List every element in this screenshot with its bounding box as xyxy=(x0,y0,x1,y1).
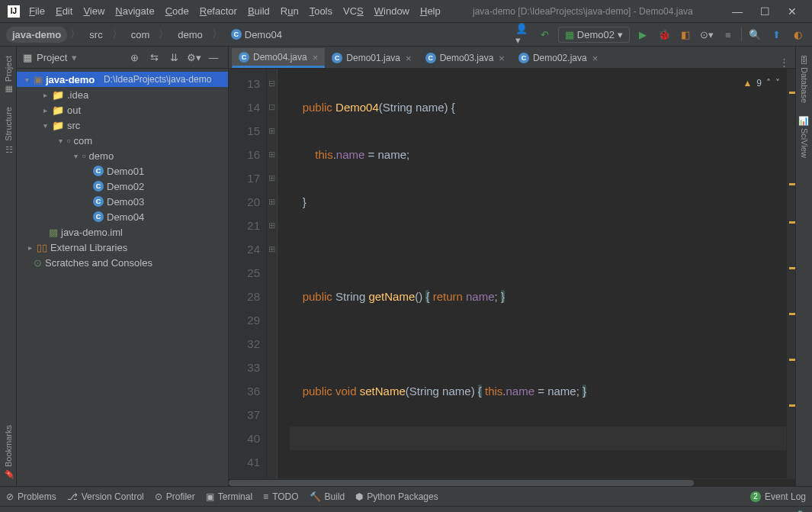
close-icon[interactable]: × xyxy=(406,53,412,64)
tree-scratches[interactable]: ⊙Scratches and Consoles xyxy=(17,255,228,270)
left-tab-bookmarks[interactable]: 🔖Bookmarks xyxy=(2,419,14,486)
tree-file-demo02[interactable]: CDemo02 xyxy=(17,179,228,194)
scratch-icon: ⊙ xyxy=(34,257,42,269)
back-arrow-icon[interactable]: ↶ xyxy=(537,26,554,43)
tree-iml[interactable]: ▩java-demo.iml xyxy=(17,224,228,240)
select-opened-file-icon[interactable]: ⊕ xyxy=(126,49,143,66)
bottom-tool-bar: ⊘Problems ⎇Version Control ⊙Profiler ▣Te… xyxy=(0,486,812,506)
main-menu: File Edit View Navigate Code Refactor Bu… xyxy=(24,2,445,20)
breadcrumb-com[interactable]: com xyxy=(125,27,156,43)
tree-com[interactable]: ▾▫com xyxy=(17,133,228,148)
library-icon: ▯▯ xyxy=(37,242,47,253)
breadcrumb-src[interactable]: src xyxy=(83,27,108,43)
menu-navigate[interactable]: Navigate xyxy=(111,2,159,20)
run-config-select[interactable]: ▦Demo02▾ xyxy=(558,27,630,43)
main-area: ▦Project ☷Structure 🔖Bookmarks ▦Project▾… xyxy=(0,47,812,486)
breadcrumb: java-demo 〉 src 〉 com 〉 demo 〉 CDemo04 xyxy=(6,27,288,43)
editor-tabs: CDemo04.java× CDemo01.java× CDemo03.java… xyxy=(229,47,795,69)
error-stripe[interactable] xyxy=(786,69,795,478)
menu-tools[interactable]: Tools xyxy=(305,2,337,20)
breadcrumb-sep: 〉 xyxy=(70,27,80,41)
right-tab-sciview[interactable]: 📊SciView xyxy=(798,109,810,164)
package-icon: ▫ xyxy=(82,150,86,162)
problems-icon: ⊘ xyxy=(6,491,14,502)
tree-demo[interactable]: ▾▫demo xyxy=(17,148,228,163)
close-icon[interactable]: × xyxy=(313,52,319,63)
ide-settings-icon[interactable]: ◐ xyxy=(789,26,806,43)
settings-gear-icon[interactable]: ⚙▾ xyxy=(185,49,202,66)
horizontal-scrollbar[interactable] xyxy=(229,478,795,486)
code-content[interactable]: public Demo04(String name) { this.name =… xyxy=(278,69,786,478)
right-tool-strip: 🗄Database 📊SciView xyxy=(795,47,812,486)
vcs-icon: ⎇ xyxy=(67,491,78,502)
left-tab-project[interactable]: ▦Project xyxy=(2,50,14,101)
breadcrumb-class[interactable]: CDemo04 xyxy=(225,27,288,43)
menu-refactor[interactable]: Refactor xyxy=(195,2,242,20)
menu-code[interactable]: Code xyxy=(161,2,194,20)
menu-view[interactable]: View xyxy=(79,2,109,20)
menu-window[interactable]: Window xyxy=(370,2,414,20)
sync-icon[interactable]: ⬆ xyxy=(768,26,785,43)
right-tab-database[interactable]: 🗄Database xyxy=(798,50,810,109)
structure-tool-icon: ☷ xyxy=(3,144,13,154)
menu-edit[interactable]: Edit xyxy=(51,2,77,20)
tab-list-icon[interactable]: ⋮ xyxy=(773,56,795,68)
menu-vcs[interactable]: VCS xyxy=(339,2,368,20)
fold-gutter[interactable]: ⊟⊡⊞⊞⊞⊞⊞⊞ xyxy=(267,69,278,478)
tool-event-log[interactable]: 2Event Log xyxy=(750,491,806,502)
search-icon[interactable]: 🔍 xyxy=(746,26,763,43)
inspection-summary[interactable]: ▲9 ˄˅ xyxy=(743,72,780,95)
tree-out[interactable]: ▸📁out xyxy=(17,102,228,118)
tool-todo[interactable]: ≡TODO xyxy=(263,491,298,502)
code-editor[interactable]: 13141516 17202124 25282932 33363740 41 ⊟… xyxy=(229,69,795,478)
tree-src[interactable]: ▾📁src xyxy=(17,118,228,133)
tool-terminal[interactable]: ▣Terminal xyxy=(206,491,252,502)
tool-problems[interactable]: ⊘Problems xyxy=(6,491,56,502)
tree-file-demo04[interactable]: CDemo04 xyxy=(17,209,228,224)
tree-idea[interactable]: ▸📁.idea xyxy=(17,87,228,102)
expand-all-icon[interactable]: ⇆ xyxy=(146,49,162,66)
hide-panel-icon[interactable]: — xyxy=(205,49,222,66)
tab-demo04[interactable]: CDemo04.java× xyxy=(232,48,325,68)
tab-demo02[interactable]: CDemo02.java× xyxy=(512,48,605,68)
line-numbers: 13141516 17202124 25282932 33363740 41 xyxy=(229,69,267,478)
chevron-down-icon[interactable]: ˅ xyxy=(775,72,780,95)
tool-python-packages[interactable]: ⬢Python Packages xyxy=(355,491,438,502)
tool-vcs[interactable]: ⎇Version Control xyxy=(67,491,144,502)
menu-build[interactable]: Build xyxy=(243,2,274,20)
tool-build[interactable]: 🔨Build xyxy=(310,491,345,502)
debug-button[interactable]: 🐞 xyxy=(656,26,672,43)
tree-file-demo01[interactable]: CDemo01 xyxy=(17,163,228,179)
maximize-button[interactable]: ☐ xyxy=(754,5,775,18)
breadcrumb-project[interactable]: java-demo xyxy=(6,27,67,43)
collapse-all-icon[interactable]: ⇊ xyxy=(165,49,182,66)
tree-file-demo03[interactable]: CDemo03 xyxy=(17,194,228,209)
close-button[interactable]: ✕ xyxy=(782,5,803,18)
left-tab-structure[interactable]: ☷Structure xyxy=(2,101,14,160)
breadcrumb-demo[interactable]: demo xyxy=(172,27,209,43)
minimize-button[interactable]: — xyxy=(727,5,748,18)
user-icon[interactable]: 👤▾ xyxy=(515,26,532,43)
profile-icon[interactable]: ⊙▾ xyxy=(698,26,715,43)
close-icon[interactable]: × xyxy=(592,53,599,64)
build-icon: 🔨 xyxy=(310,491,321,502)
menu-file[interactable]: File xyxy=(24,2,50,20)
tab-demo03[interactable]: CDemo03.java× xyxy=(419,48,512,68)
close-icon[interactable]: × xyxy=(499,53,505,64)
todo-icon: ≡ xyxy=(263,491,268,502)
tree-external-libs[interactable]: ▸▯▯External Libraries xyxy=(17,240,228,255)
project-view-select[interactable]: ▦Project▾ xyxy=(23,52,121,63)
menu-help[interactable]: Help xyxy=(416,2,445,20)
title-bar: IJ File Edit View Navigate Code Refactor… xyxy=(0,0,812,23)
tree-root[interactable]: ▾▣java-demo D:\IdeaProjects\java-demo xyxy=(17,72,228,87)
class-icon: C xyxy=(425,53,436,63)
tool-profiler[interactable]: ⊙Profiler xyxy=(155,491,195,502)
coverage-icon[interactable]: ◧ xyxy=(677,26,694,43)
run-button[interactable]: ▶ xyxy=(634,26,651,43)
chevron-up-icon[interactable]: ˄ xyxy=(766,72,771,95)
stop-button[interactable]: ■ xyxy=(720,26,737,43)
tab-demo01[interactable]: CDemo01.java× xyxy=(325,48,418,68)
project-tree[interactable]: ▾▣java-demo D:\IdeaProjects\java-demo ▸📁… xyxy=(17,69,228,486)
menu-run[interactable]: Run xyxy=(276,2,303,20)
python-packages-icon: ⬢ xyxy=(355,491,363,502)
